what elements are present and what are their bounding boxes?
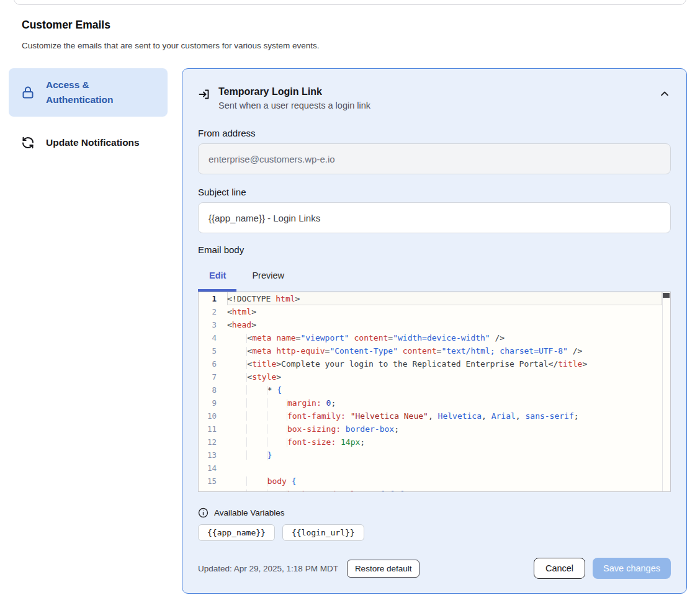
code-token: meta (252, 346, 271, 355)
info-icon (198, 507, 209, 518)
code-token: http-equiv (276, 346, 325, 355)
lock-icon (20, 85, 35, 100)
restore-default-button[interactable]: Restore default (347, 560, 420, 578)
code-token: } (267, 450, 272, 460)
code-line: 2<html> (199, 305, 662, 318)
refresh-icon (20, 135, 35, 150)
code-text: } (227, 449, 662, 462)
code-lines: 1<!DOCTYPE html>2<html>3<head>4 <meta na… (199, 292, 662, 492)
code-token: margin: (287, 398, 321, 408)
code-token: { (277, 385, 282, 395)
code-text: <title>Complete your login to the Replic… (227, 357, 662, 370)
code-token: , (516, 411, 526, 421)
indent-guide (246, 411, 266, 421)
sidebar-item-label: Update Notifications (46, 135, 145, 150)
code-text: <meta http-equiv="Content-Type" content=… (227, 344, 662, 357)
updated-timestamp: Updated: Apr 29, 2025, 1:18 PM MDT (198, 564, 338, 573)
line-number: 5 (199, 344, 227, 357)
variable-chips: {{app_name}} {{login_url}} (198, 524, 671, 541)
indent-guide (227, 411, 246, 421)
code-line: 3<head> (199, 318, 662, 331)
code-token: style (252, 372, 276, 382)
from-address-input[interactable] (198, 143, 671, 174)
indent-guide (227, 490, 246, 492)
variable-chip-login-url[interactable]: {{login_url}} (282, 524, 364, 541)
code-token: box-sizing: (287, 424, 341, 434)
code-token: < (247, 346, 252, 355)
indent-guide (227, 450, 246, 460)
email-settings-panel: Temporary Login Link Sent when a user re… (182, 68, 687, 594)
code-line: 15 body { (199, 475, 662, 488)
code-line: 7 <style> (199, 370, 662, 383)
code-token: Helvetica (438, 411, 482, 421)
code-token: sans-serif (525, 411, 573, 421)
chevron-up-icon (660, 90, 670, 99)
code-token: /> (568, 346, 582, 355)
sidebar-item-update-notifications[interactable]: Update Notifications (9, 128, 168, 158)
panel-header-text: Temporary Login Link Sent when a user re… (218, 83, 650, 110)
code-token: html (276, 294, 295, 303)
variable-chip-app-name[interactable]: {{app_name}} (198, 524, 275, 541)
subject-line-input[interactable] (198, 202, 671, 233)
editor-scrollbar[interactable] (662, 292, 670, 491)
code-token: title (252, 359, 276, 369)
code-line: 4 <meta name="viewport" content="width=d… (199, 331, 662, 344)
code-line: 9 margin: 0; (199, 396, 662, 409)
code-token: * (267, 385, 277, 395)
save-changes-button[interactable]: Save changes (593, 558, 671, 579)
tab-preview[interactable]: Preview (252, 270, 284, 280)
code-token: > (251, 307, 256, 316)
code-token: head (232, 320, 251, 329)
email-body-label: Email body (198, 244, 671, 255)
code-token: 14px (341, 437, 360, 447)
code-token: , (428, 411, 438, 421)
line-number: 1 (199, 292, 227, 305)
code-token: ; (360, 437, 365, 447)
line-number: 12 (199, 436, 227, 449)
indent-guide (227, 346, 246, 355)
code-token (349, 333, 354, 342)
sidebar-item-label: Access & Authentication (46, 78, 145, 107)
code-line: 14 (199, 462, 662, 475)
code-token: body (267, 476, 287, 486)
indent-guide (246, 424, 266, 434)
login-icon (198, 88, 210, 101)
email-body-code-editor[interactable]: 1<!DOCTYPE html>2<html>3<head>4 <meta na… (198, 292, 671, 492)
code-text: margin: 0; (227, 396, 662, 409)
code-text: body { (227, 475, 662, 488)
line-number: 9 (199, 396, 227, 409)
code-token: >Complete your login to the Replicated E… (276, 359, 558, 369)
code-token (341, 424, 346, 434)
code-token: > (251, 320, 256, 329)
code-line: 8 * { (199, 383, 662, 396)
subject-line-label: Subject line (198, 187, 671, 197)
code-token: font-size: (287, 437, 336, 447)
panel-title: Temporary Login Link (218, 85, 650, 99)
code-line: 1<!DOCTYPE html> (199, 292, 662, 305)
code-token: content (403, 346, 437, 355)
previous-card-edge (14, 0, 686, 5)
code-token: > (295, 294, 300, 303)
code-token: ; (394, 424, 399, 434)
code-token: border-box (346, 424, 394, 434)
code-token: "width=device-width" (393, 333, 490, 342)
code-token (398, 346, 403, 355)
collapse-section-button[interactable] (658, 89, 671, 101)
code-token: "Content-Type" (330, 346, 398, 355)
code-text: <html> (227, 305, 662, 318)
code-token (346, 411, 351, 421)
code-token: name (276, 333, 295, 342)
code-token: font-family: (287, 411, 346, 421)
sidebar-item-access-authentication[interactable]: Access & Authentication (9, 68, 168, 117)
panel-subtitle: Sent when a user requests a login link (218, 101, 650, 110)
line-number: 13 (199, 449, 227, 462)
code-text: background-color: #f9f9f9; (227, 488, 662, 492)
cancel-button[interactable]: Cancel (534, 558, 585, 579)
editor-scrollbar-thumb[interactable] (663, 293, 670, 298)
indent-guide (227, 424, 246, 434)
code-line: 12 font-size: 14px; (199, 436, 662, 449)
indent-guide (227, 437, 246, 447)
tab-edit[interactable]: Edit (209, 270, 226, 280)
line-number: 7 (199, 370, 227, 383)
indent-guide (267, 490, 287, 492)
